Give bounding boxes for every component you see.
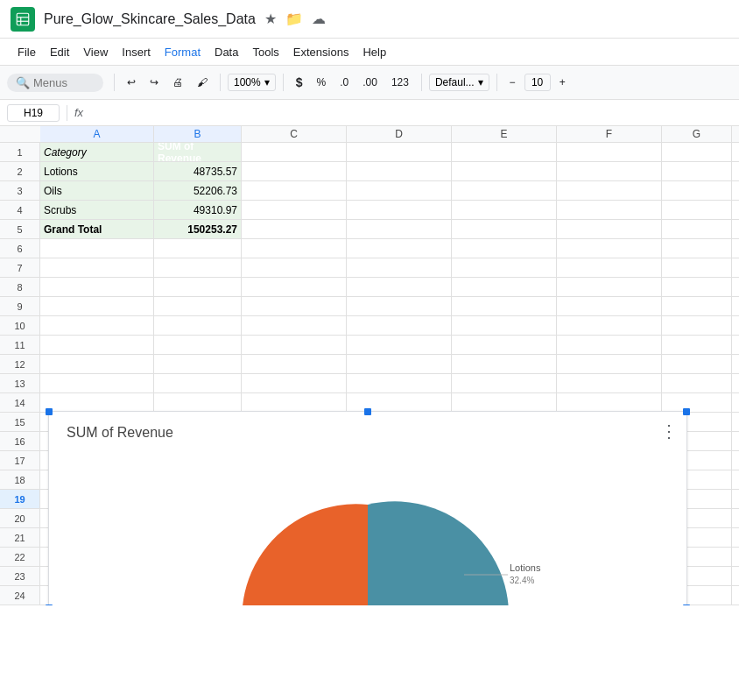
cell[interactable] bbox=[452, 393, 557, 412]
handle-ml[interactable] bbox=[46, 605, 53, 605]
cell[interactable] bbox=[452, 316, 557, 335]
cell[interactable] bbox=[154, 258, 242, 277]
cell[interactable]: 52206.73 bbox=[154, 181, 242, 200]
cell[interactable] bbox=[452, 220, 557, 238]
cell[interactable] bbox=[347, 355, 452, 373]
cell[interactable] bbox=[662, 336, 732, 354]
cell[interactable] bbox=[662, 162, 732, 180]
folder-icon[interactable]: 📁 bbox=[285, 11, 303, 27]
pie-slice-scrubs[interactable] bbox=[242, 504, 368, 605]
cell[interactable] bbox=[452, 258, 557, 277]
cell[interactable] bbox=[557, 239, 662, 258]
undo-button[interactable]: ↩ bbox=[122, 73, 141, 92]
cell[interactable]: Oils bbox=[40, 181, 154, 200]
cell[interactable] bbox=[452, 239, 557, 258]
chart-container[interactable]: ⋮ SUM of Revenue Lotions 32.4% bbox=[48, 411, 687, 605]
number-format-button[interactable]: 123 bbox=[386, 73, 414, 92]
cell[interactable] bbox=[662, 393, 732, 412]
cell[interactable] bbox=[242, 336, 347, 354]
handle-tr[interactable] bbox=[683, 408, 690, 415]
col-header-d[interactable]: D bbox=[347, 126, 452, 142]
table-row[interactable]: 9 bbox=[0, 297, 739, 316]
cell[interactable] bbox=[662, 374, 732, 392]
decimal-fixed-button[interactable]: .00 bbox=[357, 73, 383, 92]
cell[interactable] bbox=[154, 316, 242, 335]
star-icon[interactable]: ★ bbox=[264, 11, 277, 27]
percent-button[interactable]: % bbox=[312, 73, 332, 92]
cell[interactable] bbox=[452, 355, 557, 373]
cell[interactable] bbox=[452, 201, 557, 219]
cell[interactable] bbox=[40, 355, 154, 373]
cell[interactable] bbox=[662, 278, 732, 296]
cell[interactable] bbox=[242, 239, 347, 258]
cell[interactable] bbox=[452, 181, 557, 200]
cell[interactable] bbox=[242, 220, 347, 238]
menu-help[interactable]: Help bbox=[355, 42, 393, 62]
cell[interactable] bbox=[347, 258, 452, 277]
print-button[interactable]: 🖨 bbox=[167, 73, 188, 92]
cell[interactable] bbox=[662, 181, 732, 200]
cell[interactable] bbox=[662, 201, 732, 219]
cell[interactable] bbox=[347, 181, 452, 200]
cell[interactable] bbox=[154, 278, 242, 296]
col-header-f[interactable]: F bbox=[557, 126, 662, 142]
currency-button[interactable]: $ bbox=[291, 72, 308, 93]
cell[interactable]: 49310.97 bbox=[154, 201, 242, 219]
decimal-increase-button[interactable]: .0 bbox=[334, 73, 354, 92]
cell[interactable] bbox=[347, 220, 452, 238]
table-row[interactable]: 10 bbox=[0, 316, 739, 336]
cell[interactable] bbox=[662, 220, 732, 238]
cell[interactable] bbox=[557, 143, 662, 161]
cell[interactable] bbox=[347, 297, 452, 315]
cell[interactable] bbox=[662, 258, 732, 277]
cell[interactable] bbox=[40, 393, 154, 412]
cell[interactable] bbox=[347, 278, 452, 296]
col-header-a[interactable]: A bbox=[40, 126, 154, 142]
table-row[interactable]: 12 bbox=[0, 355, 739, 374]
cell[interactable] bbox=[557, 181, 662, 200]
table-row[interactable]: 1CategorySUM of Revenue bbox=[0, 143, 739, 162]
cell[interactable] bbox=[452, 162, 557, 180]
redo-button[interactable]: ↪ bbox=[144, 73, 164, 92]
table-row[interactable]: 6 bbox=[0, 239, 739, 258]
cell[interactable] bbox=[154, 393, 242, 412]
cell[interactable] bbox=[242, 201, 347, 219]
cell[interactable] bbox=[154, 355, 242, 373]
cell[interactable] bbox=[242, 355, 347, 373]
cell[interactable] bbox=[242, 181, 347, 200]
cell[interactable] bbox=[40, 336, 154, 354]
cell[interactable] bbox=[662, 143, 732, 161]
handle-tl[interactable] bbox=[46, 408, 53, 415]
cell[interactable]: 150253.27 bbox=[154, 220, 242, 238]
cell[interactable] bbox=[452, 143, 557, 161]
cell[interactable] bbox=[557, 258, 662, 277]
table-row[interactable]: 8 bbox=[0, 278, 739, 297]
cell[interactable] bbox=[242, 162, 347, 180]
col-header-e[interactable]: E bbox=[452, 126, 557, 142]
cell[interactable] bbox=[452, 297, 557, 315]
cell[interactable] bbox=[557, 393, 662, 412]
cell[interactable] bbox=[557, 336, 662, 354]
table-row[interactable]: 7 bbox=[0, 258, 739, 278]
handle-tm[interactable] bbox=[364, 408, 371, 415]
cell[interactable] bbox=[242, 316, 347, 335]
menu-format[interactable]: Format bbox=[158, 42, 208, 62]
chart-menu-button[interactable]: ⋮ bbox=[660, 421, 678, 442]
pie-slice-lotions[interactable] bbox=[368, 501, 509, 605]
cell[interactable] bbox=[347, 316, 452, 335]
cloud-icon[interactable]: ☁ bbox=[312, 11, 326, 27]
font-size-plus-button[interactable]: + bbox=[554, 73, 571, 92]
cell[interactable] bbox=[452, 374, 557, 392]
cell[interactable]: Grand Total bbox=[40, 220, 154, 238]
cell[interactable] bbox=[40, 278, 154, 296]
cell[interactable] bbox=[40, 258, 154, 277]
cell[interactable] bbox=[347, 143, 452, 161]
font-size-minus-button[interactable]: − bbox=[504, 73, 521, 92]
cell[interactable] bbox=[347, 239, 452, 258]
cell[interactable] bbox=[154, 336, 242, 354]
cell[interactable] bbox=[347, 336, 452, 354]
cell[interactable] bbox=[242, 143, 347, 161]
menu-data[interactable]: Data bbox=[208, 42, 245, 62]
cell[interactable] bbox=[557, 162, 662, 180]
menu-tools[interactable]: Tools bbox=[245, 42, 285, 62]
